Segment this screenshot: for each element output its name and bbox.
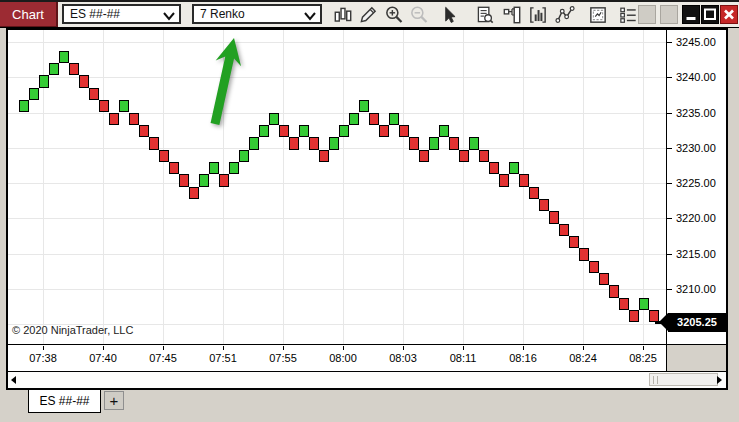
toolbar: Chart ES ##-## 7 Renko (0, 0, 739, 28)
indicators-button[interactable] (526, 3, 550, 27)
data-series-button[interactable] (473, 3, 497, 27)
time-axis-tick (403, 346, 404, 350)
time-axis-tick (583, 346, 584, 350)
instrument-dropdown[interactable]: ES ##-## (62, 4, 181, 24)
v-gridline (583, 30, 584, 345)
chart-plot-area[interactable] (8, 30, 666, 345)
renko-brick-down (539, 199, 549, 211)
last-price-marker-arrow (659, 313, 668, 331)
maximize-button[interactable] (701, 5, 719, 24)
time-axis-label: 08:11 (443, 352, 483, 364)
thumb-grip (657, 376, 658, 384)
instrument-link-button[interactable] (638, 5, 656, 24)
chart-style-button[interactable] (331, 3, 355, 27)
renko-brick-down (179, 174, 189, 186)
renko-brick-down (519, 174, 529, 186)
v-gridline (343, 30, 344, 345)
scroll-left-arrow[interactable] (11, 376, 16, 384)
renko-brick-down (139, 125, 149, 137)
time-axis-tick (343, 346, 344, 350)
renko-brick-down (609, 285, 619, 297)
v-gridline (163, 30, 164, 345)
renko-brick-down (579, 248, 589, 260)
renko-brick-up (509, 162, 519, 174)
price-axis-label: 3225.00 (676, 177, 716, 189)
object-list-button[interactable] (616, 3, 640, 27)
drawing-tools-button[interactable] (356, 3, 380, 27)
renko-brick-down (559, 224, 569, 236)
close-button[interactable] (720, 5, 738, 24)
time-axis-label: 08:24 (563, 352, 603, 364)
instrument-dropdown-value: ES ##-## (70, 7, 120, 21)
h-gridline (8, 183, 666, 184)
time-axis-label: 08:16 (503, 352, 543, 364)
time-axis-label: 07:55 (263, 352, 303, 364)
scroll-right-arrow[interactable] (717, 376, 722, 384)
cursor-button[interactable] (437, 3, 461, 27)
price-axis-label: 3245.00 (676, 36, 716, 48)
time-axis-tick (163, 346, 164, 350)
renko-brick-down (279, 125, 289, 137)
price-axis-tick (666, 289, 672, 290)
h-gridline (8, 218, 666, 219)
time-axis-tick (283, 346, 284, 350)
interval-dropdown[interactable]: 7 Renko (192, 4, 322, 24)
h-gridline (8, 289, 666, 290)
renko-brick-down (89, 88, 99, 100)
time-axis-tick (223, 346, 224, 350)
v-gridline (403, 30, 404, 345)
close-icon (721, 6, 737, 23)
price-axis-tick (666, 42, 672, 43)
chart-window-tab[interactable]: Chart (0, 2, 58, 27)
chart-window: Chart ES ##-## 7 Renko (0, 0, 739, 422)
renko-brick-up (119, 100, 129, 112)
tab-strip: ES ##-## + (0, 390, 739, 422)
chart-trader-button[interactable] (500, 3, 524, 27)
add-tab-button[interactable]: + (104, 391, 124, 410)
zoom-out-button[interactable] (407, 3, 431, 27)
v-gridline (523, 30, 524, 345)
chart-trader-icon (501, 4, 523, 26)
renko-brick-down (309, 137, 319, 149)
renko-brick-down (219, 174, 229, 186)
renko-brick-down (99, 100, 109, 112)
renko-brick-down (369, 113, 379, 125)
renko-brick-up (389, 113, 399, 125)
price-axis-tick (666, 254, 672, 255)
price-axis-label: 3210.00 (676, 283, 716, 295)
annotation-arrow (180, 30, 260, 135)
tab-instrument[interactable]: ES ##-## (28, 390, 101, 413)
cursor-icon (438, 4, 460, 26)
maximize-icon (702, 6, 718, 23)
price-axis-label: 3230.00 (676, 142, 716, 154)
thumb-grip (653, 376, 654, 384)
renko-brick-down (569, 236, 579, 248)
chevron-down-icon (303, 10, 317, 22)
chart-style-icon (332, 4, 354, 26)
last-price-badge: 3205.25 (668, 313, 726, 332)
renko-brick-down (499, 174, 509, 186)
strategies-button[interactable] (553, 3, 577, 27)
time-axis-tick (463, 346, 464, 350)
renko-brick-down (169, 162, 179, 174)
renko-brick-down (109, 113, 119, 125)
price-axis-label: 3220.00 (676, 212, 716, 224)
strategies-icon (554, 4, 576, 26)
zoom-in-button[interactable] (382, 3, 406, 27)
interval-link-button[interactable] (660, 5, 678, 24)
object-list-icon (617, 4, 639, 26)
horizontal-scrollbar[interactable] (8, 372, 726, 388)
indicators-icon (527, 4, 549, 26)
price-axis-tick (666, 148, 672, 149)
price-axis-label: 3215.00 (676, 248, 716, 260)
chevron-down-icon (162, 10, 176, 22)
zoom-in-icon (383, 4, 405, 26)
renko-brick-up (469, 137, 479, 149)
renko-brick-down (599, 273, 609, 285)
time-axis-label: 07:51 (203, 352, 243, 364)
chart-properties-button[interactable] (586, 3, 610, 27)
time-axis-label: 08:00 (323, 352, 363, 364)
minimize-button[interactable] (682, 5, 700, 24)
scrollbar-thumb[interactable] (649, 373, 718, 386)
renko-brick-up (259, 125, 269, 137)
